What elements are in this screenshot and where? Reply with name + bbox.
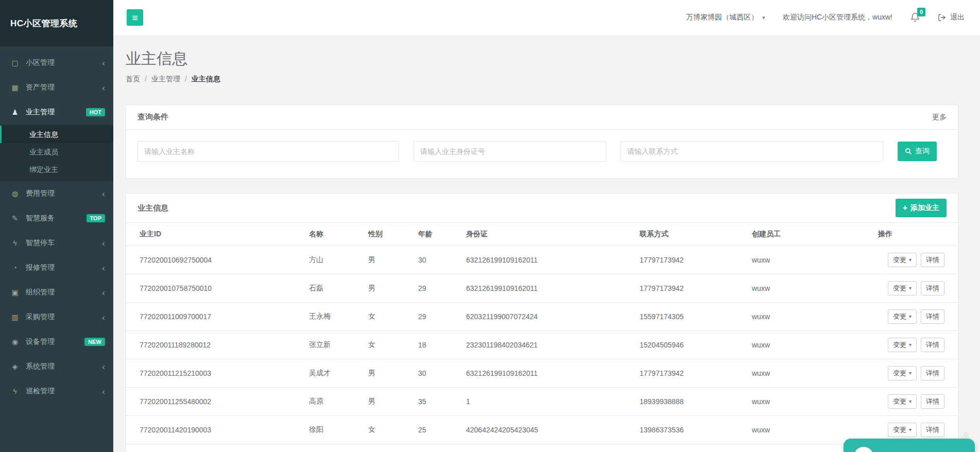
cell-age: 35	[413, 388, 461, 416]
sidebar-item-label: 采购管理	[26, 312, 96, 322]
change-button[interactable]: 变更▾	[888, 394, 917, 409]
more-link[interactable]: 更多	[932, 113, 947, 122]
change-button[interactable]: 变更▾	[888, 423, 917, 437]
caret-down-icon: ▾	[909, 399, 912, 404]
chevron-down-icon: ▾	[762, 14, 765, 21]
cell-age: 25	[413, 416, 461, 444]
caret-down-icon: ▾	[909, 371, 912, 376]
sidebar-toggle-button[interactable]: ≡	[127, 9, 143, 26]
sidebar-item-smart-service[interactable]: ✎智慧服务TOP	[0, 206, 113, 231]
sidebar: HC小区管理系统 ▢小区管理‹▦资产管理‹♟业主管理HOT业主信息业主成员绑定业…	[0, 0, 113, 452]
sidebar-item-device[interactable]: ◉设备管理NEW	[0, 329, 113, 354]
table-row: 772020012070870040胡德男3013776644873wuxw变更…	[126, 444, 958, 452]
table-panel-title: 业主信息	[137, 203, 168, 213]
logout-label: 退出	[950, 13, 965, 22]
cell-age: 29	[413, 303, 461, 331]
owner-idcard-input[interactable]	[414, 141, 606, 162]
logout-button[interactable]: 退出	[938, 13, 965, 22]
change-button[interactable]: 变更▾	[888, 309, 917, 324]
table-row: 772020011215210003吴成才男306321261991091620…	[126, 359, 958, 388]
breadcrumb: 首页 业主管理 业主信息	[126, 75, 958, 84]
sidebar-item-repair[interactable]: ◔报修管理‹	[0, 255, 113, 280]
change-button[interactable]: 变更▾	[888, 338, 917, 352]
community-selector-label: 万博家博园（城西区）	[686, 13, 758, 22]
cell-creator: wuxw	[747, 274, 873, 303]
sidebar-subitem-owner-info[interactable]: 业主信息	[0, 126, 113, 143]
table-body: 772020010692750004方山男3063212619910916201…	[126, 246, 958, 452]
chevron-left-icon: ‹	[102, 59, 105, 67]
search-button-label: 查询	[915, 147, 930, 156]
cell-creator: wuxw	[747, 246, 873, 274]
column-header: 年龄	[413, 223, 461, 246]
sidebar-subitem-owner-member[interactable]: 业主成员	[0, 143, 113, 161]
change-button[interactable]: 变更▾	[888, 281, 917, 295]
sidebar-item-community[interactable]: ▢小区管理‹	[0, 50, 113, 75]
cell-creator: wuxw	[747, 331, 873, 359]
breadcrumb-current: 业主信息	[180, 75, 220, 84]
query-form: 查询	[126, 130, 958, 178]
chevron-left-icon: ‹	[102, 239, 105, 248]
sidebar-item-asset[interactable]: ▦资产管理‹	[0, 75, 113, 100]
chevron-left-icon: ‹	[102, 83, 105, 92]
cell-actions: 变更▾详情	[873, 359, 958, 388]
cell-actions: 变更▾详情	[873, 274, 958, 303]
cell-actions: 变更▾详情	[873, 303, 958, 331]
logout-icon	[938, 13, 946, 22]
breadcrumb-home[interactable]: 首页	[126, 75, 140, 84]
search-button[interactable]: 查询	[898, 142, 937, 161]
search-icon	[905, 148, 912, 155]
checkin-widget[interactable]: ✓ 每日签到	[844, 439, 975, 452]
detail-button[interactable]: 详情	[921, 366, 944, 380]
add-owner-button[interactable]: + 添加业主	[896, 199, 947, 217]
cell-owner-name: 胡德	[304, 444, 363, 452]
caret-down-icon: ▾	[909, 257, 912, 263]
community-selector[interactable]: 万博家博园（城西区） ▾	[686, 13, 765, 22]
detail-button[interactable]: 详情	[921, 394, 944, 409]
detail-button[interactable]: 详情	[921, 423, 944, 437]
cell-owner-name: 吴成才	[304, 359, 363, 388]
detail-button[interactable]: 详情	[921, 338, 944, 352]
cell-gender: 男	[363, 274, 413, 303]
app-logo: HC小区管理系统	[0, 0, 113, 46]
sidebar-subitem-owner-bind[interactable]: 绑定业主	[0, 161, 113, 178]
change-button-label: 变更	[893, 312, 906, 321]
sidebar-item-fee[interactable]: ◍费用管理‹	[0, 181, 113, 206]
cell-phone: 13776644873	[634, 444, 747, 452]
sidebar-item-parking[interactable]: ϟ智慧停车‹	[0, 231, 113, 255]
cell-phone: 18939938888	[634, 388, 747, 416]
sidebar-item-label: 智慧停车	[26, 238, 96, 248]
cell-id-card: 1	[461, 388, 634, 416]
sidebar-item-purchase[interactable]: ▥采购管理‹	[0, 305, 113, 329]
sidebar-item-system[interactable]: ◈系统管理‹	[0, 354, 113, 379]
change-button[interactable]: 变更▾	[888, 366, 917, 380]
table-panel-head: 业主信息 + 添加业主	[126, 194, 958, 223]
change-button-label: 变更	[893, 284, 906, 293]
caret-down-icon: ▾	[909, 286, 912, 291]
change-button[interactable]: 变更▾	[888, 253, 917, 267]
cell-age: 29	[413, 274, 461, 303]
cell-phone: 17797173942	[634, 246, 747, 274]
sidebar-item-org[interactable]: ▣组织管理‹	[0, 280, 113, 305]
contact-input[interactable]	[621, 141, 883, 162]
table-row: 772020011420190003徐阳女2542064242420542304…	[126, 416, 958, 444]
sidebar-item-label: 费用管理	[26, 189, 96, 198]
cell-owner-id: 772020010758750010	[126, 274, 304, 303]
sidebar-item-owner[interactable]: ♟业主管理HOT	[0, 100, 113, 125]
owner-name-input[interactable]	[137, 141, 399, 162]
detail-button[interactable]: 详情	[921, 309, 944, 324]
cell-id-card: 620321199007072424	[461, 303, 634, 331]
column-header: 业主ID	[126, 223, 304, 246]
chevron-left-icon: ‹	[102, 288, 105, 297]
detail-button[interactable]: 详情	[921, 253, 944, 267]
breadcrumb-owner-mgmt[interactable]: 业主管理	[140, 75, 180, 84]
change-button-label: 变更	[893, 425, 906, 434]
cell-owner-name: 张立新	[304, 331, 363, 359]
cell-owner-id: 772020011255480002	[126, 388, 304, 416]
topbar-right: 万博家博园（城西区） ▾ 欢迎访问HC小区管理系统，wuxw! 0 退出	[686, 12, 965, 23]
detail-button[interactable]: 详情	[921, 281, 944, 295]
caret-down-icon: ▾	[909, 342, 912, 347]
sidebar-item-inspection[interactable]: ϟ巡检管理‹	[0, 379, 113, 404]
globe-icon: ◍	[10, 189, 20, 198]
sidebar-item-label: 资产管理	[26, 83, 96, 92]
notification-bell[interactable]: 0	[910, 12, 920, 23]
